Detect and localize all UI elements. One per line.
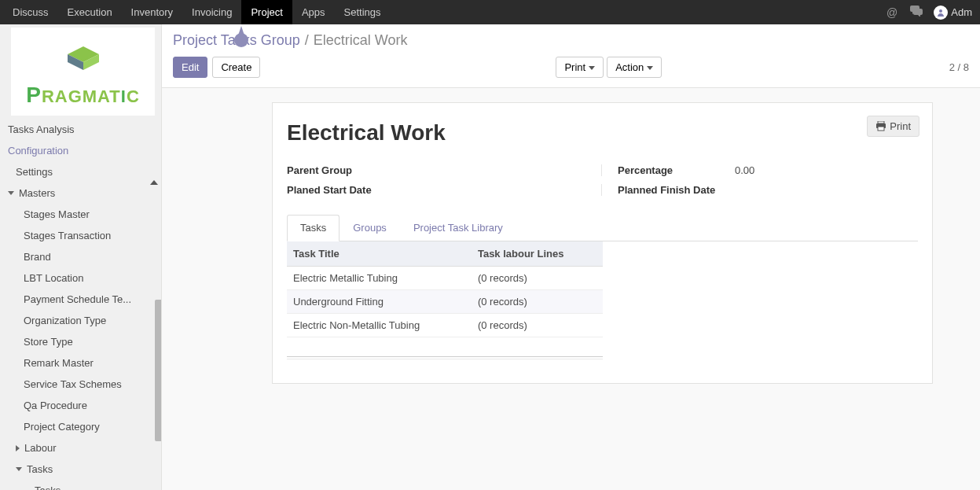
tab-tasks[interactable]: Tasks bbox=[287, 215, 340, 241]
col-task-title[interactable]: Task Title bbox=[287, 241, 472, 267]
chat-icon[interactable] bbox=[904, 6, 929, 19]
sidebar-brand[interactable]: Brand bbox=[0, 246, 161, 267]
top-navbar: Discuss Execution Inventory Invoicing Pr… bbox=[0, 0, 980, 24]
sidebar-stages-master[interactable]: Stages Master bbox=[0, 204, 161, 225]
tabs: Tasks Groups Project Task Library bbox=[287, 215, 918, 241]
scrollbar-thumb[interactable] bbox=[155, 300, 162, 441]
tab-groups[interactable]: Groups bbox=[340, 215, 400, 241]
cursor-indicator-icon bbox=[233, 26, 250, 52]
footer-divider bbox=[287, 356, 603, 359]
chevron-down-icon bbox=[647, 66, 653, 70]
sidebar-masters[interactable]: Masters bbox=[0, 182, 161, 204]
user-menu[interactable]: Adm bbox=[929, 6, 977, 20]
nav-project[interactable]: Project bbox=[241, 0, 292, 24]
svg-point-0 bbox=[939, 9, 942, 13]
create-button[interactable]: Create bbox=[212, 57, 260, 78]
sidebar-organization-type[interactable]: Organization Type bbox=[0, 310, 161, 331]
sidebar-configuration-head: Configuration bbox=[0, 140, 161, 161]
value-parent-group bbox=[413, 164, 593, 176]
sidebar: PRAGMATIC Tasks Analysis Configuration S… bbox=[0, 24, 162, 490]
nav-apps[interactable]: Apps bbox=[292, 0, 335, 24]
pager[interactable]: 2 / 8 bbox=[949, 57, 969, 77]
sidebar-remark-master[interactable]: Remark Master bbox=[0, 352, 161, 374]
breadcrumb-sep: / bbox=[305, 32, 309, 49]
table-row[interactable]: Electric Metallic Tubing (0 records) bbox=[287, 267, 603, 290]
sidebar-settings[interactable]: Settings bbox=[0, 161, 161, 182]
sidebar-stages-transaction[interactable]: Stages Transaction bbox=[0, 225, 161, 246]
logo-text: PRAGMATIC bbox=[16, 83, 150, 108]
breadcrumb-current: Electrical Work bbox=[314, 32, 408, 49]
col-task-labour-lines[interactable]: Task labour Lines bbox=[472, 241, 603, 267]
sidebar-tasks[interactable]: Tasks bbox=[0, 459, 161, 480]
label-parent-group: Parent Group bbox=[287, 164, 405, 176]
sidebar-service-tax[interactable]: Service Tax Schemes bbox=[0, 374, 161, 395]
table-row[interactable]: Underground Fitting (0 records) bbox=[287, 290, 603, 314]
record-title: Electrical Work bbox=[287, 120, 918, 146]
logo: PRAGMATIC bbox=[11, 28, 155, 116]
sidebar-labour[interactable]: Labour bbox=[0, 437, 161, 459]
caret-down-icon bbox=[16, 467, 22, 471]
sidebar-payment-schedule[interactable]: Payment Schedule Te... bbox=[0, 289, 161, 310]
label-percentage: Percentage bbox=[601, 164, 727, 176]
sidebar-lbt-location[interactable]: LBT Location bbox=[0, 267, 161, 289]
nav-invoicing[interactable]: Invoicing bbox=[182, 0, 241, 24]
action-dropdown[interactable]: Action bbox=[607, 57, 662, 78]
value-planned-start bbox=[413, 184, 593, 196]
caret-right-icon bbox=[16, 445, 20, 451]
table-row[interactable]: Electric Non-Metallic Tubing (0 records) bbox=[287, 314, 603, 337]
print-dropdown[interactable]: Print bbox=[556, 57, 604, 78]
value-percentage: 0.00 bbox=[735, 164, 918, 176]
tasks-table: Task Title Task labour Lines Electric Me… bbox=[287, 241, 603, 337]
sidebar-tasks-analysis[interactable]: Tasks Analysis bbox=[0, 119, 161, 140]
label-planned-finish: Planned Finish Date bbox=[601, 184, 727, 196]
caret-down-icon bbox=[8, 191, 14, 195]
value-planned-finish bbox=[735, 184, 918, 196]
nav-execution[interactable]: Execution bbox=[58, 0, 122, 24]
at-icon[interactable]: @ bbox=[880, 6, 904, 19]
svg-rect-8 bbox=[878, 127, 884, 131]
sidebar-project-category[interactable]: Project Category bbox=[0, 416, 161, 437]
sidebar-store-type[interactable]: Store Type bbox=[0, 331, 161, 352]
tab-project-task-library[interactable]: Project Task Library bbox=[400, 215, 516, 241]
edit-button[interactable]: Edit bbox=[173, 57, 207, 78]
card-print-button[interactable]: Print bbox=[867, 116, 919, 137]
user-label: Adm bbox=[951, 6, 972, 18]
nav-discuss[interactable]: Discuss bbox=[3, 0, 58, 24]
control-bar: Project Tasks Group / Electrical Work Ed… bbox=[162, 24, 980, 88]
record-card: Print Electrical Work Parent Group Perce… bbox=[272, 102, 933, 384]
field-grid: Parent Group Percentage 0.00 Planed Star… bbox=[287, 164, 918, 196]
sidebar-qa-procedure[interactable]: Qa Procedure bbox=[0, 395, 161, 416]
nav-inventory[interactable]: Inventory bbox=[122, 0, 182, 24]
breadcrumb: Project Tasks Group / Electrical Work bbox=[173, 32, 969, 49]
avatar-icon bbox=[934, 6, 948, 20]
nav-settings[interactable]: Settings bbox=[335, 0, 391, 24]
sidebar-tasks-child[interactable]: Tasks bbox=[0, 480, 161, 490]
content: Project Tasks Group / Electrical Work Ed… bbox=[162, 24, 980, 490]
svg-rect-6 bbox=[878, 121, 884, 123]
label-planned-start: Planed Start Date bbox=[287, 184, 405, 196]
logo-cube-icon bbox=[16, 40, 150, 75]
chevron-down-icon bbox=[589, 66, 595, 70]
